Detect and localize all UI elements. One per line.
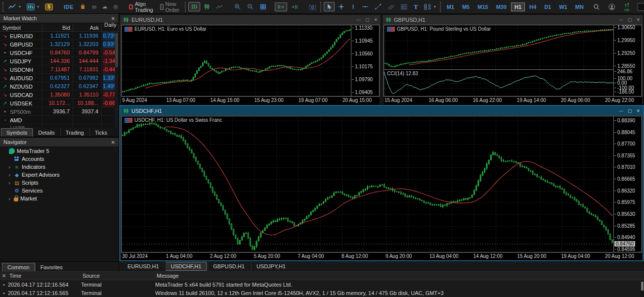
market-watch-row[interactable]: AUDUSD 0.67951 0.67982 1.33% — [0, 74, 119, 82]
timeframe-button[interactable]: D1 — [541, 2, 555, 11]
column-source[interactable]: Source — [81, 273, 155, 279]
timeframe-button[interactable]: M1 — [443, 2, 458, 11]
chart-window-eurusd[interactable]: EURUSD,H1 —▢✕ EURUSD, H1: Euro vs US Dol… — [120, 14, 381, 105]
close-icon[interactable]: ✕ — [111, 16, 115, 21]
market-watch-tab[interactable]: Trading — [60, 128, 89, 137]
metaeditor-button[interactable]: IDE — [61, 2, 76, 11]
hosting-button[interactable]: ◎ — [111, 2, 121, 11]
zoom-in-button[interactable] — [232, 2, 244, 11]
market-watch-row[interactable]: USDSEK 10.172... 10.188... -0.66% — [0, 99, 119, 107]
tree-arrow-icon[interactable]: › — [7, 172, 12, 178]
market-watch-row[interactable]: USDJPY 144.336 144.444 -1.34% — [0, 57, 119, 65]
signals-button[interactable]: ((•)) — [89, 3, 98, 10]
trendline-tool-button[interactable] — [372, 2, 384, 11]
navigator-item[interactable]: › Accounts — [0, 155, 119, 163]
toolbar-grip[interactable] — [185, 2, 186, 12]
maximize-icon[interactable]: ▢ — [628, 17, 632, 22]
tree-arrow-icon[interactable]: › — [7, 196, 12, 201]
chart-type-button[interactable]: ▾ — [6, 2, 23, 12]
vps-button[interactable]: ☁ — [99, 2, 110, 11]
close-icon[interactable]: ✕ — [636, 108, 640, 113]
market-watch-row[interactable]: USDCHF 0.84760 0.84799 -0.54% — [0, 49, 119, 57]
navigator-item[interactable]: › Market — [0, 195, 119, 202]
new-chart-button[interactable]: ▾ — [24, 2, 42, 12]
toolbar-search-input[interactable] — [638, 3, 644, 11]
gbpusd-cci-plot[interactable]: CCI(14) 12.83 — [384, 69, 613, 96]
maximize-icon[interactable]: ▢ — [628, 108, 632, 113]
journal-row[interactable]: • 2026.04.17 12:12:16.565 Terminal Windo… — [0, 289, 644, 297]
candle-chart-mode-button[interactable] — [201, 2, 213, 11]
chart-tab[interactable]: USDJPY,H1 — [251, 262, 291, 271]
gbpusd-price-axis[interactable]: 1.306501.299501.292501.28550246.86100.00… — [613, 25, 642, 96]
market-watch-row[interactable]: GBPUSD 1.32129 1.32203 0.93% — [0, 40, 119, 49]
tile-windows-button[interactable] — [258, 2, 269, 11]
shapes-tool-button[interactable]: ▾ — [422, 2, 438, 11]
navigator-item[interactable]: › MetaTrader 5 — [0, 147, 119, 155]
market-watch-row[interactable]: EURUSD 1.11921 1.11936 0.73% — [0, 32, 119, 40]
market-watch-row[interactable]: AMD — [0, 116, 119, 124]
gbpusd-time-axis[interactable]: 15 Aug 202416 Aug 06:0016 Aug 22:0019 Au… — [384, 97, 642, 104]
timeframe-button[interactable]: H4 — [526, 2, 540, 11]
cursor-tool-button[interactable] — [324, 2, 335, 11]
usdchf-time-axis[interactable]: 30 Jul 20241 Aug 04:002 Aug 12:005 Aug 2… — [121, 253, 642, 260]
timeframe-button[interactable]: M30 — [493, 2, 510, 11]
minimize-icon[interactable]: — — [619, 108, 623, 113]
scrollbar-thumb[interactable] — [641, 282, 644, 291]
algo-trading-button[interactable]: Algo Trading — [127, 0, 157, 14]
journal-row[interactable]: • 2026.04.17 12:12:16.564 Terminal MetaT… — [0, 280, 644, 289]
column-message[interactable]: Message — [155, 273, 644, 279]
chart-shift-button[interactable] — [288, 2, 301, 11]
timeframe-button[interactable]: MN — [572, 2, 587, 11]
chart-window-gbpusd[interactable]: GBPUSD,H1 —▢✕ GBPUSD, H1: Pound Sterling… — [382, 14, 644, 105]
eurusd-price-axis[interactable]: 1.113301.109451.105601.101751.097901.094… — [351, 25, 379, 96]
market-watch-row[interactable]: SP500m 3936.7 3937.4 — [0, 107, 119, 116]
horizontal-line-tool-button[interactable] — [359, 2, 371, 11]
timeframe-button[interactable]: H1 — [511, 2, 525, 11]
auto-scroll-button[interactable] — [275, 2, 287, 11]
crosshair-tool-button[interactable] — [336, 2, 347, 11]
gbpusd-titlebar[interactable]: GBPUSD,H1 —▢✕ — [383, 15, 643, 24]
new-order-button[interactable]: New Order — [158, 0, 183, 14]
vertical-line-tool-button[interactable] — [348, 2, 358, 11]
market-button[interactable] — [77, 2, 88, 11]
chart-tab[interactable]: GBPUSD,H1 — [208, 262, 250, 271]
eurusd-plot[interactable]: EURUSD, H1: Euro vs US Dollar — [122, 25, 351, 96]
levels-button[interactable]: LVL — [621, 1, 633, 13]
gbpusd-plot[interactable]: GBPUSD, H1: Pound Sterling vs US Dollar — [384, 25, 613, 69]
toolbar-grip[interactable] — [440, 2, 441, 12]
column-ask[interactable]: Ask — [73, 23, 102, 32]
eurusd-titlebar[interactable]: EURUSD,H1 —▢✕ — [120, 15, 381, 24]
column-bid[interactable]: Bid — [43, 23, 73, 32]
bottom-left-tab[interactable]: Favorites — [35, 263, 68, 271]
market-watch-row[interactable]: NZDUSD 0.62327 0.62347 1.49% — [0, 82, 119, 91]
maximize-icon[interactable]: ▢ — [365, 17, 370, 22]
timeframe-button[interactable]: W1 — [556, 2, 571, 11]
market-watch-tab[interactable]: Details — [33, 128, 60, 137]
bottom-left-tab[interactable]: Common — [2, 263, 35, 271]
column-symbol[interactable]: Symbol — [0, 23, 43, 32]
column-daily[interactable]: Daily ... — [102, 23, 119, 32]
scrollbar-thumb[interactable] — [115, 33, 118, 67]
minimize-icon[interactable]: — — [619, 17, 623, 22]
usdchf-price-axis[interactable]: 0.883900.880450.877000.873550.870100.866… — [613, 116, 642, 252]
scrollbar[interactable] — [115, 32, 119, 127]
close-icon[interactable]: ✕ — [374, 17, 378, 22]
close-icon[interactable]: ✕ — [111, 140, 115, 145]
bar-chart-mode-button[interactable] — [188, 2, 200, 11]
timeframe-button[interactable]: M5 — [459, 2, 473, 11]
timeframe-button[interactable]: M15 — [474, 2, 491, 11]
eurusd-time-axis[interactable]: 9 Aug 202413 Aug 07:0014 Aug 15:0015 Aug… — [121, 97, 380, 104]
usdchf-titlebar[interactable]: USDCHF,H1 —▢✕ — [120, 106, 643, 115]
fibonacci-tool-button[interactable] — [398, 2, 410, 11]
toolbar-grip[interactable] — [320, 2, 321, 12]
close-icon[interactable]: ✕ — [0, 273, 8, 279]
navigator-item[interactable]: › Scripts — [0, 179, 119, 187]
finance-button[interactable]: $ — [43, 2, 55, 12]
tree-arrow-icon[interactable]: › — [7, 180, 12, 186]
market-watch-tab[interactable]: Ticks — [89, 128, 113, 137]
scrollbar[interactable] — [641, 281, 644, 297]
zoom-out-button[interactable] — [245, 2, 257, 11]
toolbar-grip[interactable] — [2, 2, 3, 12]
market-watch-row[interactable]: MSFT — [0, 124, 119, 127]
navigator-item[interactable]: › Services — [0, 187, 119, 195]
